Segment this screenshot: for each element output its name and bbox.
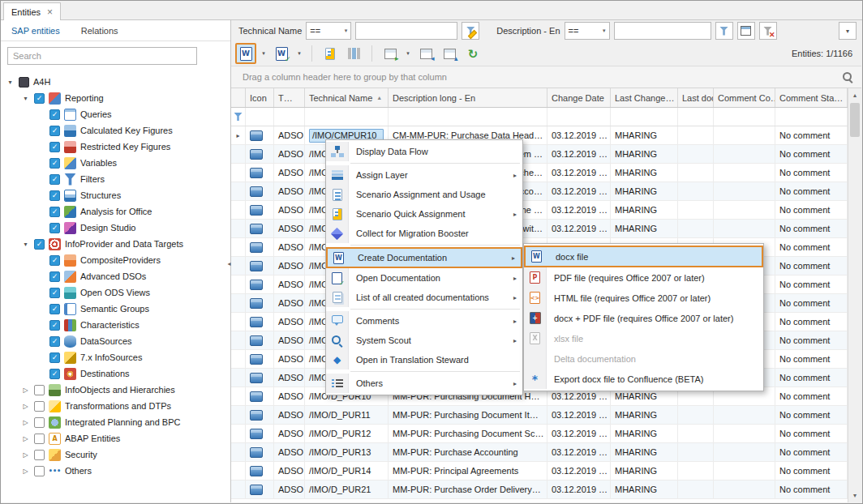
cell-comment-count[interactable] <box>714 220 775 237</box>
cell-change-date[interactable]: 03.12.2019 … <box>547 201 611 219</box>
checkbox-unchecked[interactable] <box>34 450 45 460</box>
table-row[interactable]: ADSO/IMO/D_PUR11MM-PUR: Purchasing Docum… <box>231 406 848 425</box>
filter-cell-technical-name[interactable] <box>305 108 389 126</box>
cell-icon[interactable] <box>246 425 274 442</box>
create-documentation-dropdown[interactable]: ▾ <box>259 44 268 63</box>
checkbox-checked[interactable]: ✓ <box>49 190 60 201</box>
cell-comment-count[interactable] <box>714 145 775 163</box>
table-row[interactable]: ADSO/IMOe wit…03.12.2019 …MHARINGNo comm… <box>231 220 848 238</box>
cell-comment-count[interactable] <box>714 406 775 424</box>
copy-grid-button[interactable] <box>415 43 436 64</box>
cell-icon[interactable] <box>246 462 274 480</box>
cell-description[interactable]: MM-PUR: Purchasing Document Sc… <box>389 425 547 442</box>
cell-icon[interactable] <box>246 294 274 312</box>
cell-technical-name[interactable]: /IMO/D_PUR14 <box>305 462 389 480</box>
checkbox-checked[interactable]: ✓ <box>49 207 60 217</box>
cell-comment-status[interactable]: No comment <box>775 238 848 256</box>
cell-type[interactable]: ADSO <box>274 164 305 182</box>
cell-change-date[interactable]: 03.12.2019 … <box>547 164 611 182</box>
column-header-comment-sta[interactable]: Comment Sta… <box>775 88 848 107</box>
checkbox-unchecked[interactable] <box>34 434 45 444</box>
filter-cell-comment-co[interactable] <box>714 108 775 126</box>
cell-type[interactable]: ADSO <box>274 201 305 219</box>
row-indicator[interactable] <box>231 481 246 498</box>
menu-item-comments[interactable]: Comments▸ <box>326 311 522 331</box>
filter-row-funnel-icon[interactable] <box>234 113 243 121</box>
description-filter-input[interactable] <box>614 22 711 40</box>
cell-type[interactable]: ADSO <box>274 369 305 387</box>
cell-change-date[interactable]: 03.12.2019 … <box>547 126 611 144</box>
cell-comment-status[interactable]: No comment <box>775 443 848 461</box>
table-row[interactable]: ADSO/IMOAcco…03.12.2019 …MHARINGNo comme… <box>231 182 848 201</box>
cell-icon[interactable] <box>246 331 274 349</box>
expand-toggle-icon[interactable]: ▷ <box>21 468 30 475</box>
tree-item-abap-entities[interactable]: ▷AABAP Entities <box>1 430 230 446</box>
cell-icon[interactable] <box>246 126 274 144</box>
row-indicator[interactable] <box>231 201 246 219</box>
cell-change-date[interactable]: 03.12.2019 … <box>547 145 611 163</box>
search-panel-button[interactable] <box>839 68 857 86</box>
cell-change-date[interactable]: 03.12.2019 … <box>547 481 611 498</box>
toolbar-options-button[interactable]: ▾ <box>839 22 857 40</box>
tree-item-infoobjects-and-hierarchies[interactable]: ▷InfoObjects and Hierarchies <box>1 382 230 398</box>
table-row[interactable]: ADSO/IMOLine …03.12.2019 …MHARINGNo comm… <box>231 201 848 220</box>
cell-type[interactable]: ADSO <box>274 126 305 144</box>
tree-item-integrated-planning-and-bpc[interactable]: ▷Integrated Planning and BPC <box>1 414 230 430</box>
table-row[interactable]: ADSO/IMO/D_PUR13MM-PUR: Purchase Account… <box>231 443 848 462</box>
cell-last-doc[interactable] <box>678 406 714 424</box>
menu-item-open-documentation[interactable]: Open Documentation▸ <box>326 268 522 288</box>
collapse-toggle-icon[interactable]: ▾ <box>6 79 15 86</box>
tree-item-advanced-dsos[interactable]: ✓Advanced DSOs <box>1 268 230 284</box>
column-header-description-long-en[interactable]: Description long - En <box>389 88 547 107</box>
scroll-thumb[interactable] <box>850 103 860 137</box>
checkbox-checked[interactable]: ✓ <box>49 126 60 136</box>
cell-last-doc[interactable] <box>678 145 714 163</box>
cell-type[interactable]: ADSO <box>274 331 305 349</box>
table-row[interactable]: ADSO/IMO/D_PUR12MM-PUR: Purchasing Docum… <box>231 425 848 443</box>
expand-toggle-icon[interactable]: ▷ <box>21 451 30 459</box>
cell-comment-count[interactable] <box>714 126 775 144</box>
checkbox-unchecked[interactable] <box>34 466 45 476</box>
menu-item-export-docx-file-to-confluence-beta[interactable]: *Export docx file to Confluence (BETA) <box>524 369 763 389</box>
cell-comment-status[interactable]: No comment <box>775 126 848 144</box>
cell-icon[interactable] <box>246 201 274 219</box>
cell-comment-count[interactable] <box>714 182 775 200</box>
cell-description[interactable]: MM-PUR: Purchasing Document It… <box>389 406 547 424</box>
cell-last-changed-by[interactable]: MHARING <box>611 164 678 182</box>
cell-type[interactable]: ADSO <box>274 481 305 498</box>
row-indicator[interactable] <box>231 387 246 405</box>
description-filter-button[interactable] <box>715 22 733 40</box>
tree-item-calculated-key-figures[interactable]: ✓Calculated Key Figures <box>1 122 230 139</box>
cell-comment-count[interactable] <box>714 481 775 498</box>
row-indicator[interactable] <box>231 443 246 461</box>
cell-icon[interactable] <box>246 369 274 387</box>
cell-last-changed-by[interactable]: MHARING <box>611 126 678 144</box>
column-header-last-change[interactable]: Last Change… <box>611 88 678 107</box>
cell-last-changed-by[interactable]: MHARING <box>611 443 678 461</box>
cell-type[interactable]: ADSO <box>274 443 305 461</box>
cell-type[interactable]: ADSO <box>274 350 305 368</box>
layer-columns-button[interactable] <box>343 43 364 64</box>
tree-item-characteristics[interactable]: ✓Characteristics <box>1 317 230 333</box>
tree-item-restricted-key-figures[interactable]: ✓Restricted Key Figures <box>1 139 230 155</box>
tree-item-design-studio[interactable]: ✓Design Studio <box>1 220 230 236</box>
cell-change-date[interactable]: 03.12.2019 … <box>547 406 611 424</box>
cell-comment-status[interactable]: No comment <box>775 481 848 498</box>
cell-technical-name[interactable]: /IMO/D_PUR12 <box>305 425 389 442</box>
cell-comment-status[interactable]: No comment <box>775 462 848 480</box>
cell-icon[interactable] <box>246 257 274 275</box>
scroll-up-button[interactable]: ▴ <box>848 88 861 102</box>
cell-type[interactable]: ADSO <box>274 257 305 275</box>
cell-last-changed-by[interactable]: MHARING <box>611 145 678 163</box>
cell-comment-status[interactable]: No comment <box>775 145 848 163</box>
cell-comment-status[interactable]: No comment <box>775 164 848 182</box>
cell-icon[interactable] <box>246 220 274 237</box>
cell-comment-count[interactable] <box>714 443 775 461</box>
cell-comment-status[interactable]: No comment <box>775 369 848 387</box>
cell-change-date[interactable]: 03.12.2019 … <box>547 443 611 461</box>
cell-comment-status[interactable]: No comment <box>775 425 848 442</box>
cell-type[interactable]: ADSO <box>274 387 305 405</box>
expand-toggle-icon[interactable]: ▷ <box>21 419 30 426</box>
column-header-comment-co[interactable]: Comment Co… <box>714 88 775 107</box>
menu-item-list-of-all-created-documentations[interactable]: List of all created documentations▸ <box>326 288 522 307</box>
